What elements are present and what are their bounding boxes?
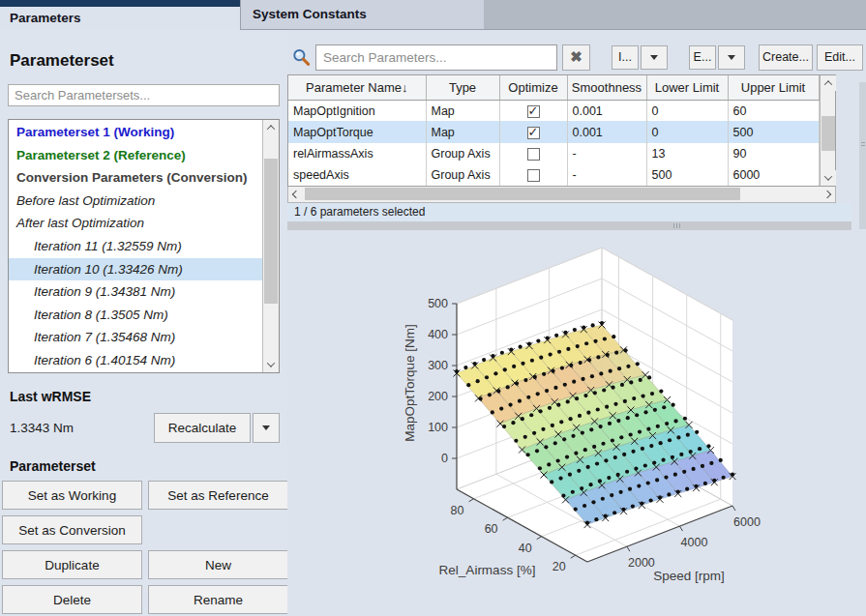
svg-text:2000: 2000 — [628, 556, 655, 570]
tab-system-constants[interactable]: System Constants — [240, 0, 484, 30]
create-button[interactable]: Create... — [759, 44, 813, 71]
list-item[interactable]: Iteration 7 (1.35468 Nm) — [9, 326, 262, 349]
tab-bar: Parameters System Constants — [0, 0, 866, 30]
svg-text:4000: 4000 — [681, 536, 708, 549]
column-header-lower-limit[interactable]: Lower Limit — [646, 75, 728, 100]
list-scrollbar[interactable] — [262, 120, 279, 372]
set-as-reference-button[interactable]: Set as Reference — [148, 481, 288, 510]
list-item[interactable]: Iteration 6 (1.40154 Nm) — [9, 349, 262, 372]
list-item[interactable]: Parameterset 2 (Reference) — [9, 144, 262, 167]
optimize-checkbox[interactable] — [527, 127, 540, 139]
panel-title: Parameterset — [10, 51, 287, 71]
parameter-search-input[interactable] — [315, 44, 557, 71]
last-wrmse-value: 1.3343 Nm — [10, 421, 154, 435]
table-scrollbar[interactable] — [820, 75, 836, 186]
scrollbar-thumb[interactable] — [821, 116, 835, 151]
column-header-optimize[interactable]: Optimize — [499, 75, 567, 100]
parameterset-list: Parameterset 1 (Working) Parameterset 2 … — [8, 119, 280, 373]
optimize-checkbox[interactable] — [527, 148, 540, 161]
parameterset-panel: Parameterset Parameterset 1 (Working) Pa… — [0, 30, 287, 616]
import-button[interactable]: I... — [612, 45, 639, 70]
set-as-conversion-button[interactable]: Set as Conversion — [2, 515, 142, 544]
column-header-type[interactable]: Type — [426, 75, 499, 100]
search-icon — [292, 48, 311, 67]
recalculate-button[interactable]: Recalculate — [154, 413, 251, 443]
parameters-toolbar: ✖ I... E... Create... Edit... — [287, 30, 866, 74]
table-plot-splitter[interactable] — [287, 221, 851, 230]
optimize-checkbox[interactable] — [527, 105, 540, 118]
table-row[interactable]: relAirmassAxisGroup Axis -1390 — [288, 143, 819, 164]
list-item[interactable]: Iteration 11 (1.32559 Nm) — [9, 235, 262, 258]
last-wrmse-heading: Last wRMSE — [10, 389, 287, 404]
list-item[interactable]: Conversion Parameters (Conversion) — [9, 166, 262, 190]
svg-text:0: 0 — [441, 452, 448, 465]
svg-text:6000: 6000 — [733, 515, 761, 529]
svg-text:Rel_Airmass [%]: Rel_Airmass [%] — [439, 563, 536, 577]
optimize-checkbox[interactable] — [527, 169, 540, 182]
svg-text:200: 200 — [428, 390, 448, 403]
export-button[interactable]: E... — [689, 45, 716, 70]
parameters-panel: ✖ I... E... Create... Edit... Parameter … — [287, 30, 866, 616]
list-item[interactable]: After last Optimization — [9, 212, 262, 235]
chevron-down-icon — [262, 425, 270, 430]
list-item[interactable]: Iteration 8 (1.3505 Nm) — [9, 304, 262, 327]
svg-text:500: 500 — [428, 297, 448, 310]
svg-text:Speed [rpm]: Speed [rpm] — [653, 569, 725, 583]
svg-text:60: 60 — [485, 522, 498, 536]
parameterset-search-input[interactable] — [8, 84, 280, 106]
svg-text:100: 100 — [428, 421, 448, 434]
parameter-table: Parameter Name↓ Type Optimize Smoothness… — [287, 74, 836, 187]
import-dropdown-button[interactable] — [641, 45, 668, 70]
right-edge-splitter[interactable] — [859, 82, 866, 229]
tab-parameters[interactable]: Parameters — [0, 0, 240, 30]
rename-button[interactable]: Rename — [148, 585, 288, 614]
surface-plot-canvas[interactable]: 200040006000204060800100200300400500Spee… — [379, 230, 863, 610]
svg-text:300: 300 — [428, 359, 448, 372]
set-as-working-button[interactable]: Set as Working — [2, 481, 142, 510]
chevron-down-icon — [728, 55, 735, 60]
selection-status: 1 / 6 parameters selected — [287, 203, 851, 221]
edit-button[interactable]: Edit... — [817, 44, 863, 71]
new-button[interactable]: New — [148, 550, 288, 579]
table-row[interactable]: speedAxisGroup Axis -5006000 — [288, 164, 819, 186]
parameterset-heading: Parameterset — [10, 458, 287, 474]
column-header-upper-limit[interactable]: Upper Limit — [728, 75, 819, 100]
delete-button[interactable]: Delete — [2, 585, 142, 614]
scroll-down-icon[interactable] — [821, 170, 836, 186]
svg-text:MapOptTorque [Nm]: MapOptTorque [Nm] — [403, 324, 417, 442]
scroll-up-icon[interactable] — [263, 120, 279, 135]
surface-plot[interactable]: 200040006000204060800100200300400500Spee… — [287, 230, 866, 612]
svg-text:80: 80 — [451, 504, 464, 517]
table-horizontal-scrollbar[interactable] — [287, 187, 836, 203]
table-row[interactable]: MapOptIgnitionMap 0.001060 — [288, 100, 819, 121]
recalculate-dropdown-button[interactable] — [253, 413, 280, 443]
export-dropdown-button[interactable] — [718, 45, 745, 70]
svg-text:40: 40 — [519, 542, 532, 555]
list-item[interactable]: Parameterset 1 (Working) — [9, 121, 262, 144]
scroll-right-icon[interactable] — [820, 187, 835, 201]
list-item[interactable]: Before last Optimization — [9, 190, 262, 213]
chevron-down-icon — [650, 55, 658, 60]
scroll-left-icon[interactable] — [288, 187, 304, 201]
clear-search-button[interactable]: ✖ — [562, 44, 590, 71]
scrollbar-thumb[interactable] — [305, 188, 740, 200]
table-row-selected[interactable]: MapOptTorqueMap 0.0010500 — [288, 121, 819, 142]
scrollbar-thumb[interactable] — [264, 159, 278, 304]
duplicate-button[interactable]: Duplicate — [2, 550, 142, 579]
svg-text:20: 20 — [552, 560, 566, 573]
sort-descending-icon: ↓ — [402, 80, 408, 95]
tab-bar-filler — [484, 0, 866, 30]
scroll-down-icon[interactable] — [263, 357, 279, 372]
column-header-parameter-name[interactable]: Parameter Name↓ — [288, 75, 426, 100]
list-item[interactable]: Iteration 9 (1.34381 Nm) — [9, 280, 262, 304]
list-item-selected[interactable]: Iteration 10 (1.33426 Nm) — [9, 258, 262, 281]
svg-text:400: 400 — [428, 328, 448, 341]
column-header-smoothness[interactable]: Smoothness — [567, 75, 646, 100]
scroll-up-icon[interactable] — [821, 75, 836, 91]
